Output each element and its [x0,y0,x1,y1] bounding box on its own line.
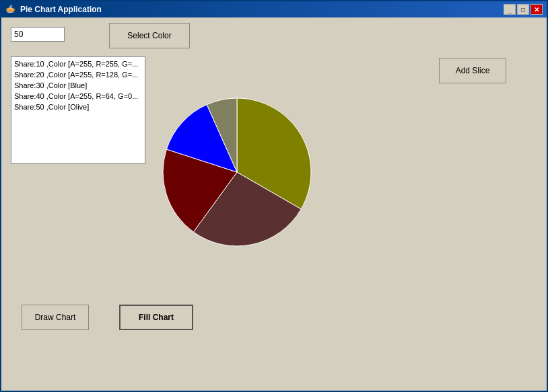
window-body: Select Color Add Slice Share:10 ,Color [… [1,17,547,391]
main-window: 🥧 Pie Chart Application _ □ ✕ Select Col… [0,0,548,392]
pie-chart [156,91,318,253]
list-item: Share:50 ,Color [Olive] [13,102,143,112]
slices-list: Share:10 ,Color [A=255, R=255, G=... Sha… [11,56,145,164]
list-item: Share:10 ,Color [A=255, R=255, G=... [13,58,143,69]
draw-chart-button[interactable]: Draw Chart [22,305,89,330]
list-item: Share:20 ,Color [A=255, R=128, G=... [13,69,143,80]
maximize-button[interactable]: □ [517,4,529,15]
minimize-button[interactable]: _ [504,4,516,15]
title-bar: 🥧 Pie Chart Application _ □ ✕ [1,1,547,17]
title-buttons: _ □ ✕ [504,4,543,15]
title-bar-left: 🥧 Pie Chart Application [5,4,102,15]
share-input[interactable] [11,27,65,42]
close-button[interactable]: ✕ [530,4,543,15]
list-item: Share:30 ,Color [Blue] [13,80,143,91]
add-slice-button[interactable]: Add Slice [439,58,506,83]
select-color-button[interactable]: Select Color [109,23,190,48]
window-title: Pie Chart Application [20,5,102,14]
app-icon: 🥧 [5,4,16,15]
list-item: Share:40 ,Color [A=255, R=64, G=0... [13,91,143,102]
fill-chart-button[interactable]: Fill Chart [119,305,193,330]
